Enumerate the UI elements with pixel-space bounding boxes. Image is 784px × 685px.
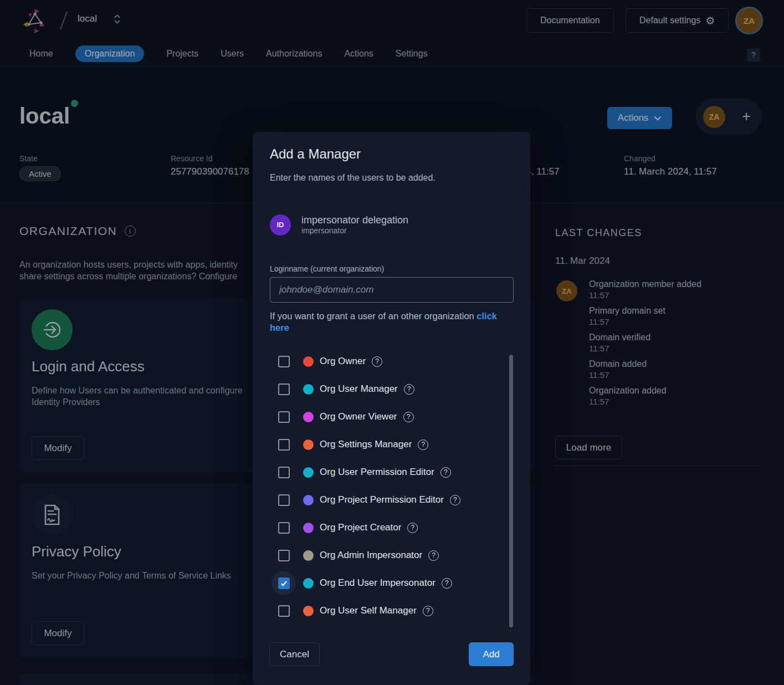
role-color-dot <box>303 578 314 589</box>
role-checkbox[interactable] <box>278 439 290 451</box>
cancel-button[interactable]: Cancel <box>269 642 320 666</box>
role-label: Org Admin Impersonator <box>320 550 422 561</box>
scrollbar-thumb[interactable] <box>509 355 513 627</box>
checkbox-wrap <box>271 488 296 512</box>
checkbox-wrap <box>271 571 296 595</box>
role-option[interactable]: Org Owner <box>253 347 508 375</box>
target-subtitle: impersonator <box>301 226 408 236</box>
checkbox-wrap <box>271 377 296 401</box>
role-option[interactable]: Org Settings Manager <box>253 431 508 458</box>
role-checkbox[interactable] <box>278 522 290 534</box>
role-list: Org OwnerOrg User ManagerOrg Owner Viewe… <box>253 347 508 625</box>
loginname-label: Loginname (current organization) <box>270 264 384 273</box>
role-label: Org User Self Manager <box>320 605 417 616</box>
role-checkbox[interactable] <box>278 467 290 478</box>
dialog-subtitle: Enter the names of the users to be added… <box>270 173 435 183</box>
role-checkbox[interactable] <box>278 605 290 617</box>
role-checkbox[interactable] <box>278 384 290 395</box>
role-checkbox[interactable] <box>278 411 290 423</box>
help-icon[interactable] <box>428 550 439 561</box>
add-manager-dialog: Add a Manager Enter the names of the use… <box>253 132 530 685</box>
role-option[interactable]: Org User Manager <box>253 375 508 403</box>
role-label: Org Owner <box>320 356 366 367</box>
role-color-dot <box>303 384 314 395</box>
role-color-dot <box>303 523 314 533</box>
role-label: Org Project Creator <box>320 522 401 533</box>
role-label: Org User Manager <box>320 384 398 395</box>
checkbox-wrap <box>271 349 296 374</box>
other-org-hint: If you want to grant a user of an other … <box>270 310 507 334</box>
help-icon[interactable] <box>450 495 460 505</box>
role-color-dot <box>303 356 314 367</box>
dialog-title: Add a Manager <box>270 146 361 162</box>
role-checkbox[interactable] <box>278 577 290 589</box>
hint-text: If you want to grant a user of an other … <box>270 311 474 321</box>
role-color-dot <box>303 550 314 561</box>
zitadel-console: local Documentation Default settings ⚙ Z… <box>0 0 784 685</box>
help-icon[interactable] <box>372 356 382 367</box>
role-option[interactable]: Org Admin Impersonator <box>253 541 508 569</box>
add-button[interactable]: Add <box>469 642 514 666</box>
help-icon[interactable] <box>403 412 414 422</box>
role-checkbox[interactable] <box>278 494 290 506</box>
role-label: Org Project Permission Editor <box>320 494 444 505</box>
role-color-dot <box>303 439 314 450</box>
role-color-dot <box>303 606 314 616</box>
role-target-avatar: ID <box>270 214 291 236</box>
role-checkbox[interactable] <box>278 550 290 561</box>
checkbox-wrap <box>271 405 296 429</box>
role-color-dot <box>303 467 314 478</box>
role-checkbox[interactable] <box>278 356 290 367</box>
checkbox-wrap <box>271 460 296 484</box>
dialog-actions: Cancel Add <box>253 642 530 666</box>
role-label: Org Settings Manager <box>320 439 412 450</box>
checkbox-wrap <box>271 543 296 568</box>
role-color-dot <box>303 495 314 505</box>
role-label: Org End User Impersonator <box>320 577 435 589</box>
checkbox-wrap <box>271 599 296 623</box>
role-option[interactable]: Org Owner Viewer <box>253 403 508 431</box>
help-icon[interactable] <box>423 606 433 616</box>
role-option[interactable]: Org Project Creator <box>253 514 508 541</box>
role-option[interactable]: Org End User Impersonator <box>253 569 508 597</box>
role-option[interactable]: Org User Self Manager <box>253 597 508 625</box>
help-icon[interactable] <box>404 384 414 395</box>
role-option[interactable]: Org User Permission Editor <box>253 458 508 486</box>
checkbox-wrap <box>271 432 296 457</box>
help-icon[interactable] <box>407 523 418 533</box>
role-option[interactable]: Org Project Permission Editor <box>253 486 508 514</box>
help-icon[interactable] <box>442 578 452 589</box>
role-color-dot <box>303 412 314 422</box>
help-icon[interactable] <box>440 467 451 478</box>
role-label: Org Owner Viewer <box>320 411 397 422</box>
checkbox-wrap <box>271 515 296 540</box>
role-label: Org User Permission Editor <box>320 467 434 478</box>
help-icon[interactable] <box>418 439 428 450</box>
manager-target-row: ID impersonator delegation impersonator <box>270 214 408 236</box>
target-name: impersonator delegation <box>301 214 408 226</box>
loginname-input[interactable] <box>270 277 514 303</box>
